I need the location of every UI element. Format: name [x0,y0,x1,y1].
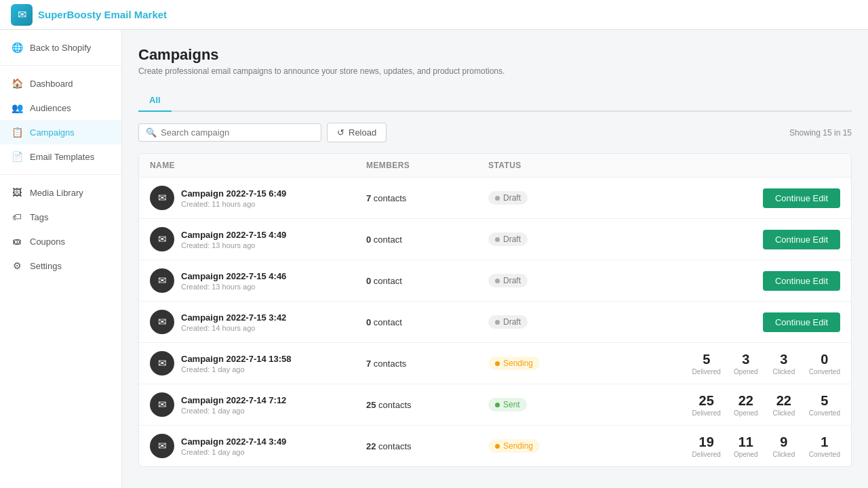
reload-button[interactable]: ↺ Reload [327,123,387,142]
sidebar-item-audiences[interactable]: 👥 Audiences [0,96,121,120]
stat-delivered: 25 Delivered [692,393,721,417]
campaign-icon: ✉ [150,392,174,417]
sidebar-item-email-templates[interactable]: 📄 Email Templates [0,144,121,169]
status-cell: Sent [488,398,624,411]
header-action [624,161,840,170]
toolbar-left: 🔍 ↺ Reload [138,123,387,142]
continue-edit-button[interactable]: Continue Edit [763,230,840,249]
action-cell: 5 Delivered 3 Opened 3 Clicked 0 [624,352,840,375]
header-name: Name [150,161,366,170]
header-status: Status [488,161,624,170]
campaigns-icon: 📋 [11,126,23,138]
campaign-icon: ✉ [150,186,174,210]
action-cell: Continue Edit [624,230,840,249]
campaign-info: ✉ Campaign 2022-7-15 4:46 Created: 13 ho… [150,268,366,293]
continue-edit-button[interactable]: Continue Edit [763,188,840,208]
members-cell: 7 contacts [366,193,488,203]
status-badge: Draft [488,274,528,287]
status-cell: Sending [488,357,624,370]
action-cell: Continue Edit [624,312,840,332]
campaign-info: ✉ Campaign 2022-7-14 13:58 Created: 1 da… [150,351,366,375]
email-templates-icon: 📄 [11,150,23,163]
campaign-icon: ✉ [150,310,174,334]
members-cell: 0 contact [366,317,488,327]
campaign-table: Name Members Status ✉ Campaign 2022-7-15… [138,153,852,467]
status-badge: Sending [488,439,540,453]
back-to-shopify[interactable]: 🌐 Back to Shopify [0,35,121,60]
sidebar-item-campaigns[interactable]: 📋 Campaigns [0,120,121,144]
status-badge: Sending [488,357,540,370]
campaign-name: Campaign 2022-7-14 7:12 [181,395,286,405]
members-cell: 25 contacts [366,400,488,410]
table-row: ✉ Campaign 2022-7-14 7:12 Created: 1 day… [139,384,851,426]
stat-converted: 5 Converted [809,393,840,417]
stat-opened: 22 Opened [733,393,759,417]
table-row: ✉ Campaign 2022-7-14 13:58 Created: 1 da… [139,343,851,384]
status-badge: Sent [488,398,527,411]
action-cell: Continue Edit [624,271,840,291]
dashboard-icon: 🏠 [11,77,23,89]
status-dot [495,320,500,325]
campaign-name: Campaign 2022-7-14 3:49 [181,436,286,447]
sidebar-item-media-library[interactable]: 🖼 Media Library [0,180,121,205]
media-library-icon: 🖼 [11,186,23,199]
campaign-name: Campaign 2022-7-15 6:49 [181,188,286,199]
status-cell: Sending [488,439,624,453]
campaign-icon: ✉ [150,351,174,375]
tags-icon: 🏷 [11,211,23,223]
stat-opened: 3 Opened [733,352,759,375]
campaign-name: Campaign 2022-7-15 4:49 [181,230,286,240]
status-dot [495,361,500,366]
status-cell: Draft [488,191,624,205]
stats-cell: 25 Delivered 22 Opened 22 Clicked 5 [692,393,840,417]
header-members: Members [366,161,488,170]
status-dot [495,196,500,201]
stat-delivered: 19 Delivered [692,434,721,458]
continue-edit-button[interactable]: Continue Edit [763,271,840,291]
status-dot [495,237,500,242]
back-icon: 🌐 [11,41,23,54]
members-cell: 0 contact [366,235,488,245]
table-row: ✉ Campaign 2022-7-15 4:49 Created: 13 ho… [139,219,851,260]
stat-clicked: 3 Clicked [771,352,797,375]
campaign-icon: ✉ [150,227,174,251]
page-subtitle: Create professional email campaigns to a… [138,66,852,76]
table-header: Name Members Status [139,154,851,178]
main-content: Campaigns Create professional email camp… [122,30,868,488]
search-input[interactable] [161,127,314,138]
campaign-name: Campaign 2022-7-15 4:46 [181,271,286,281]
status-dot [495,444,500,449]
sidebar-item-tags[interactable]: 🏷 Tags [0,205,121,229]
status-badge: Draft [488,315,528,329]
action-cell: 19 Delivered 11 Opened 9 Clicked 1 [624,434,840,458]
campaign-created: Created: 11 hours ago [181,200,286,208]
sidebar-item-coupons[interactable]: 🎟 Coupons [0,229,121,253]
brand: ✉ SuperBoosty Email Market [11,4,167,26]
campaign-created: Created: 1 day ago [181,448,286,456]
tab-all[interactable]: All [138,89,172,112]
campaign-name: Campaign 2022-7-15 3:42 [181,312,286,323]
table-row: ✉ Campaign 2022-7-14 3:49 Created: 1 day… [139,426,851,466]
status-cell: Draft [488,315,624,329]
campaign-created: Created: 13 hours ago [181,283,286,291]
continue-edit-button[interactable]: Continue Edit [763,312,840,332]
stats-cell: 19 Delivered 11 Opened 9 Clicked 1 [692,434,840,458]
members-cell: 7 contacts [366,359,488,369]
table-row: ✉ Campaign 2022-7-15 3:42 Created: 14 ho… [139,302,851,343]
table-row: ✉ Campaign 2022-7-15 4:46 Created: 13 ho… [139,260,851,302]
members-cell: 22 contacts [366,441,488,451]
campaign-name: Campaign 2022-7-14 13:58 [181,354,292,364]
sidebar-item-dashboard[interactable]: 🏠 Dashboard [0,71,121,96]
audiences-icon: 👥 [11,102,23,114]
stat-converted: 0 Converted [809,352,840,375]
status-badge: Draft [488,232,528,246]
campaign-info: ✉ Campaign 2022-7-15 4:49 Created: 13 ho… [150,227,366,251]
brand-name: SuperBoosty Email Market [38,9,167,20]
members-cell: 0 contact [366,276,488,286]
table-row: ✉ Campaign 2022-7-15 6:49 Created: 11 ho… [139,178,851,219]
tabs: All [138,89,852,112]
sidebar-item-settings[interactable]: ⚙ Settings [0,253,121,278]
campaign-info: ✉ Campaign 2022-7-15 6:49 Created: 11 ho… [150,186,366,210]
showing-text: Showing 15 in 15 [789,128,852,138]
brand-logo: ✉ [11,4,33,26]
